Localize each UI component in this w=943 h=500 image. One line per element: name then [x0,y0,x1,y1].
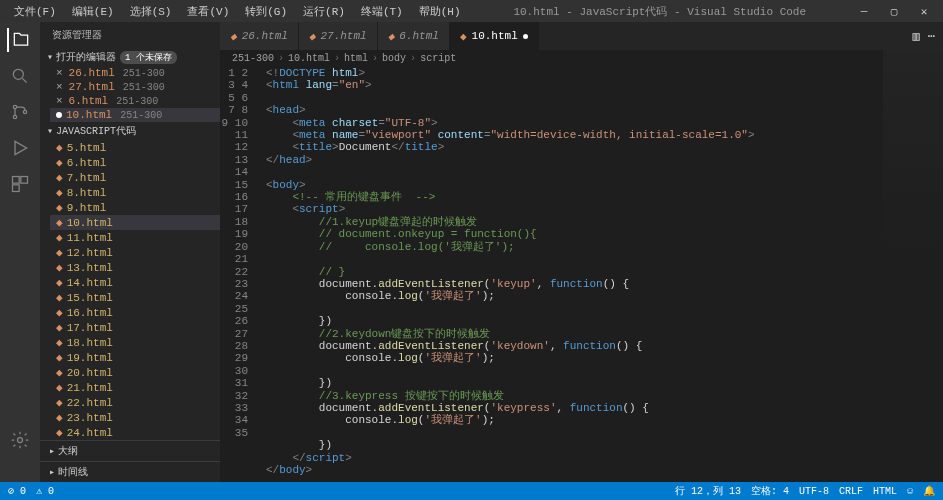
file-item[interactable]: ◆11.html [50,230,220,245]
open-editors-header[interactable]: ▾ 打开的编辑器 1 个未保存 [40,48,220,66]
minimize-button[interactable]: — [853,5,875,18]
status-feedback-icon[interactable]: ☺ [907,486,913,497]
file-name: 6.html [67,157,107,169]
status-eol[interactable]: CRLF [839,486,863,497]
status-lang[interactable]: HTML [873,486,897,497]
menu-item[interactable]: 编辑(E) [66,2,120,21]
file-name: 6.html [69,95,109,107]
modified-dot-icon [56,112,62,118]
close-icon[interactable]: × [56,67,63,79]
editor-tab[interactable]: ◆26.html [220,22,299,50]
open-editor-item[interactable]: ×26.html251-300 [50,66,220,80]
file-item[interactable]: ◆18.html [50,335,220,350]
file-item[interactable]: ◆16.html [50,305,220,320]
split-editor-icon[interactable]: ▥ [913,29,920,44]
file-item[interactable]: ◆19.html [50,350,220,365]
editor-tab[interactable]: ◆6.html [378,22,450,50]
breadcrumbs[interactable]: 251-300›10.html›html›body›script [220,50,943,67]
code-content[interactable]: <!DOCTYPE html> <html lang="en"> <head> … [262,67,943,482]
chevron-down-icon: ▾ [44,125,56,137]
file-item[interactable]: ◆14.html [50,275,220,290]
close-button[interactable]: ✕ [913,5,935,18]
file-item[interactable]: ◆22.html [50,395,220,410]
menu-item[interactable]: 终端(T) [355,2,409,21]
minimap[interactable] [883,50,943,250]
menu-item[interactable]: 查看(V) [181,2,235,21]
menu-item[interactable]: 选择(S) [124,2,178,21]
status-warnings[interactable]: ⚠ 0 [36,485,54,497]
open-editor-item[interactable]: 10.html251-300 [50,108,220,122]
file-item[interactable]: ◆8.html [50,185,220,200]
open-editor-item[interactable]: ×6.html251-300 [50,94,220,108]
file-item[interactable]: ◆15.html [50,290,220,305]
breadcrumb-item[interactable]: body [382,53,406,64]
warning-count: 0 [48,486,54,497]
source-control-icon[interactable] [8,100,32,124]
status-spaces[interactable]: 空格: 4 [751,484,789,498]
open-editor-item[interactable]: ×27.html251-300 [50,80,220,94]
explorer-icon[interactable] [7,28,31,52]
close-icon[interactable]: × [56,81,63,93]
chevron-down-icon: ▾ [44,51,56,63]
maximize-button[interactable]: ▢ [883,5,905,18]
file-icon: ◆ [56,411,63,424]
file-item[interactable]: ◆17.html [50,320,220,335]
status-line-col[interactable]: 行 12，列 13 [675,484,741,498]
status-errors[interactable]: ⊘ 0 [8,485,26,497]
file-icon: ◆ [56,336,63,349]
file-name: 22.html [67,397,113,409]
chevron-right-icon: ▸ [46,445,58,457]
file-name: 24.html [67,427,113,439]
breadcrumb-item[interactable]: 251-300 [232,53,274,64]
file-item[interactable]: ◆5.html [50,140,220,155]
svg-rect-6 [13,185,20,192]
file-name: 16.html [67,307,113,319]
file-item[interactable]: ◆20.html [50,365,220,380]
editor-body[interactable]: 1 2 3 4 5 6 7 8 9 10 11 12 13 14 15 16 1… [220,67,943,482]
more-icon[interactable]: ⋯ [928,29,935,44]
close-icon[interactable]: × [56,95,63,107]
extensions-icon[interactable] [8,172,32,196]
breadcrumb-item[interactable]: 10.html [288,53,330,64]
outline-section[interactable]: ▸大纲 [40,440,220,461]
file-name: 10.html [67,217,113,229]
svg-point-1 [13,105,16,108]
menu-item[interactable]: 运行(R) [297,2,351,21]
timeline-section[interactable]: ▸时间线 [40,461,220,482]
explorer-sidebar: 资源管理器 ▾ 打开的编辑器 1 个未保存 ×26.html251-300×27… [40,22,220,482]
file-item[interactable]: ◆21.html [50,380,220,395]
file-item[interactable]: ◆12.html [50,245,220,260]
file-item[interactable]: ◆7.html [50,170,220,185]
file-item[interactable]: ◆23.html [50,410,220,425]
file-icon: ◆ [56,201,63,214]
html-file-icon: ◆ [309,30,316,43]
file-icon: ◆ [56,171,63,184]
file-name: 15.html [67,292,113,304]
debug-icon[interactable] [8,136,32,160]
settings-gear-icon[interactable] [8,428,32,452]
line-gutter: 1 2 3 4 5 6 7 8 9 10 11 12 13 14 15 16 1… [220,67,262,482]
window-title: 10.html - JavaScript代码 - Visual Studio C… [467,4,854,19]
menu-item[interactable]: 帮助(H) [413,2,467,21]
status-encoding[interactable]: UTF-8 [799,486,829,497]
editor-tab[interactable]: ◆27.html [299,22,378,50]
tab-label: 6.html [399,30,439,42]
menu-item[interactable]: 文件(F) [8,2,62,21]
editor-tab[interactable]: ◆10.html [450,22,539,50]
status-bell-icon[interactable]: 🔔 [923,485,935,497]
menu-item[interactable]: 转到(G) [239,2,293,21]
file-item[interactable]: ◆6.html [50,155,220,170]
breadcrumb-item[interactable]: html [344,53,368,64]
file-item[interactable]: ◆24.html [50,425,220,440]
breadcrumb-item[interactable]: script [420,53,456,64]
tab-label: 26.html [242,30,288,42]
timeline-label: 时间线 [58,465,88,479]
search-icon[interactable] [8,64,32,88]
project-header[interactable]: ▾ JAVASCRIPT代码 [40,122,220,140]
file-item[interactable]: ◆13.html [50,260,220,275]
file-icon: ◆ [56,321,63,334]
file-icon: ◆ [56,291,63,304]
file-item[interactable]: ◆9.html [50,200,220,215]
file-name: 23.html [67,412,113,424]
file-item[interactable]: ◆10.html [50,215,220,230]
